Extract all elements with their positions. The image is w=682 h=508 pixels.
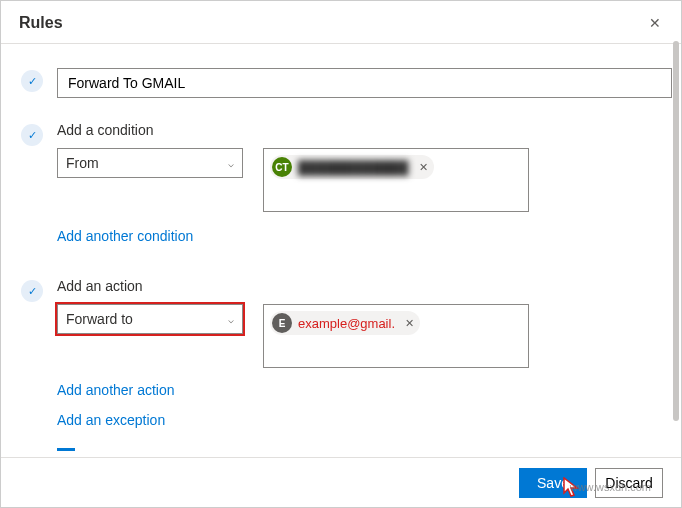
add-action-link[interactable]: Add another action — [57, 382, 661, 398]
condition-section: ✓ Add a condition From ⌵ CT ████████████… — [21, 122, 661, 244]
chevron-down-icon: ⌵ — [228, 158, 234, 169]
save-button[interactable]: Save — [519, 468, 587, 498]
progress-indicator — [57, 448, 75, 451]
check-icon: ✓ — [21, 280, 43, 302]
close-icon[interactable]: ✕ — [645, 11, 665, 35]
chevron-down-icon: ⌵ — [228, 314, 234, 325]
dialog-footer: Save Discard — [1, 457, 681, 507]
rule-name-input[interactable] — [57, 68, 672, 98]
action-links: Add another action Add an exception — [57, 382, 661, 428]
check-icon: ✓ — [21, 70, 43, 92]
contact-name-redacted: ████████████ — [298, 160, 409, 175]
remove-pill-icon[interactable]: ✕ — [419, 161, 428, 174]
condition-title: Add a condition — [57, 122, 661, 138]
rule-name-row: ✓ — [21, 68, 661, 98]
action-selector[interactable]: Forward to ⌵ — [57, 304, 243, 334]
condition-value-box[interactable]: CT ████████████ ✕ — [263, 148, 529, 212]
condition-selector[interactable]: From ⌵ — [57, 148, 243, 178]
add-condition-link[interactable]: Add another condition — [57, 228, 661, 244]
contact-pill[interactable]: E example@gmail. ✕ — [270, 311, 420, 335]
contact-email: example@gmail. — [298, 316, 395, 331]
discard-button[interactable]: Discard — [595, 468, 663, 498]
avatar: E — [272, 313, 292, 333]
add-exception-link[interactable]: Add an exception — [57, 412, 661, 428]
contact-pill[interactable]: CT ████████████ ✕ — [270, 155, 434, 179]
action-section: ✓ Add an action Forward to ⌵ E example@g… — [21, 278, 661, 451]
condition-selector-label: From — [66, 155, 99, 171]
dialog-header: Rules ✕ — [1, 1, 681, 44]
action-selector-label: Forward to — [66, 311, 133, 327]
scrollbar[interactable] — [673, 41, 679, 421]
action-title: Add an action — [57, 278, 661, 294]
dialog-title: Rules — [19, 14, 63, 32]
remove-pill-icon[interactable]: ✕ — [405, 317, 414, 330]
action-value-box[interactable]: E example@gmail. ✕ — [263, 304, 529, 368]
dialog-content: ✓ ✓ Add a condition From ⌵ CT ██████████… — [1, 44, 681, 460]
avatar: CT — [272, 157, 292, 177]
check-icon: ✓ — [21, 124, 43, 146]
